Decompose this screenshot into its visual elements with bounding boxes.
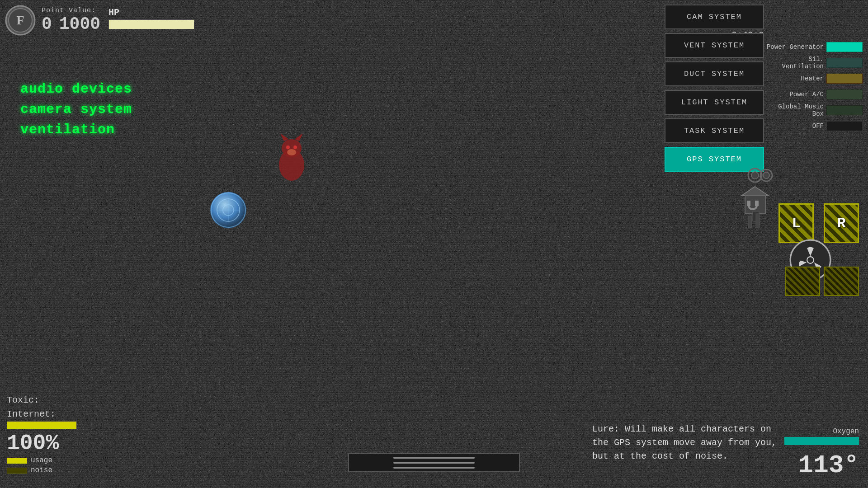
left-door-button[interactable]: L [778,203,814,243]
svg-point-20 [763,172,769,178]
blue-orb [208,190,249,230]
heater-bar[interactable] [826,74,863,84]
right-door-button[interactable]: R [824,203,859,243]
coin-icon: F [5,5,36,36]
svg-point-10 [287,149,296,155]
sil-ventilation-bar[interactable] [826,58,863,68]
camera-system-item[interactable]: camera system [20,99,132,120]
svg-point-9 [293,145,297,149]
power-generator-bar[interactable] [826,42,863,52]
global-music-box-row: Global Music Box [765,103,863,117]
power-generator-row: Power Generator [765,40,863,54]
small-left-gate[interactable] [785,267,820,296]
right-door-label: R [837,215,845,232]
fox-character [267,131,316,185]
hp-bar [108,19,194,29]
task-system-button[interactable]: TASK SYSTEM [665,118,764,143]
audio-devices-item[interactable]: audio devices [20,79,132,99]
toxic-row: Toxic: [7,395,77,405]
sil-ventilation-label: Sil. Ventilation [765,56,824,70]
lure-text: Lure: Will make all characters on the GP… [592,424,777,461]
left-menu-overlay: audio devices camera system ventilation [20,79,132,140]
ventilation-item[interactable]: ventilation [20,120,132,140]
lure-description: Lure: Will make all characters on the GP… [592,422,782,463]
bottom-bar[interactable] [348,453,520,472]
svg-marker-21 [741,187,769,196]
point-value: 1000 [59,14,100,34]
light-system-button[interactable]: LIGHT SYSTEM [665,90,764,115]
internet-row: Internet: [7,409,77,419]
power-ac-bar[interactable] [826,89,863,99]
noise-bar [7,468,27,474]
off-bar[interactable] [826,121,863,131]
score-area: F Point Value: 0 1000 [5,5,100,36]
svg-rect-26 [748,216,752,227]
point-area: Point Value: 0 1000 [42,7,100,34]
usage-label: usage [31,456,52,465]
global-music-box-label: Global Music Box [765,103,824,117]
power-ac-label: Power A/C [765,91,824,98]
svg-rect-27 [756,214,760,227]
internet-bar-container [7,421,77,429]
bottom-bar-lines [384,457,484,469]
cam-system-button[interactable]: CAM SYSTEM [665,5,764,29]
svg-point-8 [286,145,290,149]
small-gate-controls [785,267,859,296]
power-generator-label: Power Generator [765,43,824,51]
toxic-label: Toxic: [7,395,39,405]
left-door-label: L [792,215,800,232]
svg-point-30 [807,257,813,263]
internet-percent: 100% [7,431,77,455]
system-buttons: CAM SYSTEM VENT SYSTEM DUCT SYSTEM LIGHT… [665,5,764,172]
oxygen-bar [784,437,859,445]
oxygen-bar-area: Oxygen [784,427,859,445]
off-row: OFF [765,119,863,133]
power-ac-row: Power A/C [765,87,863,102]
heater-row: Heater [765,71,863,86]
usage-row: usage [7,456,77,465]
power-panel: Power Generator Sil. Ventilation Heater … [765,40,863,133]
coin-value: 0 [42,14,52,34]
bottom-stats: Toxic: Internet: 100% usage noise [7,395,77,474]
hp-area: HP [108,7,194,29]
internet-label: Internet: [7,409,56,419]
noise-row: noise [7,466,77,474]
svg-marker-7 [295,133,303,141]
bottom-center-bar [348,453,520,472]
hp-label: HP [108,7,119,18]
usage-bar [7,458,27,464]
oxygen-label: Oxygen [784,427,859,436]
svg-rect-24 [755,201,759,206]
vent-system-button[interactable]: VENT SYSTEM [665,33,764,58]
svg-point-18 [751,172,759,179]
svg-rect-23 [747,201,750,206]
heater-label: Heater [765,75,824,82]
duct-system-button[interactable]: DUCT SYSTEM [665,61,764,86]
temperature-display: 113° [798,451,859,480]
internet-bar-fill [7,422,76,429]
global-music-box-bar[interactable] [826,105,863,115]
svg-text:F: F [16,13,24,27]
small-right-gate[interactable] [824,267,859,296]
noise-label: noise [31,466,52,474]
gate-controls: L R [778,203,859,243]
point-label: Point Value: [42,7,96,14]
off-label: OFF [765,122,824,130]
temperature-value: 113° [798,451,859,480]
hp-bar-fill [109,20,194,29]
sil-ventilation-row: Sil. Ventilation [765,56,863,70]
svg-marker-6 [280,133,288,141]
